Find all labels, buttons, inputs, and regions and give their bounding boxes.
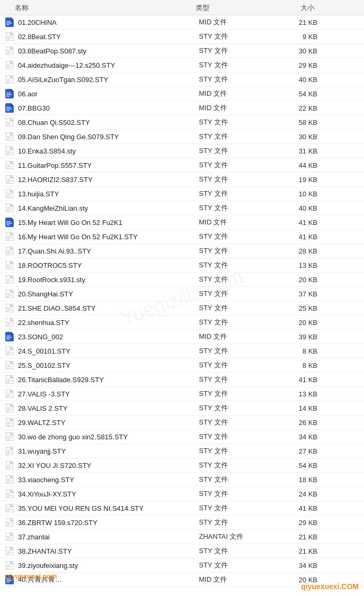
svg-rect-211 [7,454,10,454]
table-row[interactable]: 12.HAORIZI2.S837.STYSTY 文件19 KB [0,173,364,187]
svg-rect-106 [7,238,12,238]
sty-icon-svg [6,504,13,512]
file-name-cell: 15.My Heart Will Go On 52 Fu2K1 [18,219,199,227]
file-type-cell: MID 文件 [199,89,284,98]
file-type-cell: STY 文件 [199,289,284,299]
table-row[interactable]: 26.TitanicBallade.S929.STYSTY 文件41 KB [0,373,364,387]
table-row[interactable]: 20.ShangHai.STYSTY 文件37 KB [0,287,364,301]
table-row[interactable]: 02.8Beat.STYSTY 文件9 KB [0,30,364,44]
sty-file-icon [4,274,15,285]
svg-rect-202 [7,436,11,437]
header-type[interactable]: 类型 [196,3,280,13]
file-name-cell: 34.XiYouJi-XY.STY [18,490,199,498]
svg-rect-238 [7,509,12,510]
svg-rect-10 [7,36,11,37]
svg-rect-260 [7,554,10,554]
file-type-cell: STY 文件 [199,246,284,256]
file-type-cell: STY 文件 [199,503,284,513]
sty-icon-svg [6,132,13,141]
svg-rect-141 [7,309,12,310]
table-row[interactable]: 33.xiaocheng.STYSTY 文件18 KB [0,473,364,487]
table-row[interactable]: 37.zhantaiZHANTAI 文件21 KB [0,530,364,544]
table-row[interactable]: 06.aorMID 文件54 KB [0,87,364,101]
table-row[interactable]: 24.S_00101.STYSTY 文件8 KB [0,344,364,358]
file-type-cell: STY 文件 [199,189,284,198]
svg-rect-265 [7,565,11,565]
svg-rect-267 [7,568,10,568]
mid-file-icon [4,88,15,99]
table-row[interactable]: 01.20CHINAMID 文件21 KB [0,15,364,30]
file-size-cell: 13 KB [284,261,326,269]
table-row[interactable]: 04.aidezhudaige---12.s250.STYSTY 文件29 KB [0,58,364,73]
file-size-cell: 41 KB [284,504,326,512]
svg-rect-237 [7,508,11,508]
svg-rect-80 [7,182,10,183]
svg-rect-87 [7,196,10,197]
table-row[interactable]: 21.SHE DIAO..S854.STYSTY 文件25 KB [0,301,364,315]
file-size-cell: 39 KB [284,333,326,341]
table-row[interactable]: 29.WALTZ.STYSTY 文件26 KB [0,416,364,430]
file-size-cell: 29 KB [284,61,326,69]
file-type-cell: STY 文件 [199,160,284,170]
table-row[interactable]: 09.Dan Shen Qing Ge.S079.STYSTY 文件30 KB [0,130,364,144]
svg-rect-133 [7,293,11,294]
table-row[interactable]: 15.My Heart Will Go On 52 Fu2K1MID 文件41 … [0,215,364,230]
table-row[interactable]: 05.AiSiLeZuoTgan.S092.STYSTY 文件40 KB [0,73,364,87]
mid-icon-svg [5,89,14,98]
mid-icon-svg [5,575,14,584]
table-row[interactable]: 23.SONG_002MID 文件39 KB [0,330,364,344]
file-type-cell: MID 文件 [199,103,284,113]
svg-rect-218 [7,468,10,468]
file-size-cell: 22 KB [284,104,326,112]
file-name-cell: 07.BBG30 [18,104,199,112]
table-row[interactable]: 13.huijia.STYSTY 文件10 KB [0,187,364,201]
table-row[interactable]: 10.Enka3.S854.stySTY 文件31 KB [0,144,364,158]
table-row[interactable]: 07.BBG30MID 文件22 KB [0,101,364,115]
svg-rect-160 [7,350,11,351]
svg-rect-134 [7,295,12,295]
table-row[interactable]: 30.wo de zhong guo xin2.S815.STYSTY 文件34… [0,430,364,444]
svg-rect-161 [7,352,12,353]
table-row[interactable]: 14.KangMeiZhiLian.stySTY 文件40 KB [0,201,364,215]
svg-rect-142 [7,311,10,311]
file-size-cell: 13 KB [284,390,326,398]
table-row[interactable]: 03.8BeatPop.S087.stySTY 文件30 KB [0,44,364,58]
svg-rect-100 [6,224,10,225]
table-row[interactable]: 17.Quan.Shi.Ai.93..STYSTY 文件28 KB [0,244,364,258]
table-row[interactable]: 25.S_00102.STYSTY 文件8 KB [0,358,364,373]
table-row[interactable]: 19.RootRock.s931.stySTY 文件20 KB [0,273,364,287]
table-row[interactable]: 38.ZHANTAI.STYSTY 文件21 KB [0,544,364,558]
table-row[interactable]: 39.ziyoufeixiang.stySTY 文件34 KB [0,558,364,573]
table-row[interactable]: 16.My Heart Will Go On 52 Fu2K1.STYSTY 文… [0,230,364,244]
svg-rect-26 [7,68,10,68]
table-row[interactable]: 31.wuyanjj.STYSTY 文件27 KB [0,444,364,458]
header-size[interactable]: 大小 [280,3,323,13]
file-size-cell: 40 KB [284,204,326,212]
file-type-cell: STY 文件 [199,75,284,84]
svg-rect-92 [7,207,11,208]
file-name-cell: 26.TitanicBallade.S929.STY [18,376,199,384]
table-row[interactable]: 32.XI YOU JI.S720.STYSTY 文件54 KB [0,458,364,473]
file-type-cell: STY 文件 [199,346,284,356]
sty-file-icon [4,31,15,42]
sty-icon-svg [6,61,13,69]
svg-rect-86 [7,195,12,195]
table-row[interactable]: 08.Chuan Qi.S502.STYSTY 文件58 KB [0,115,364,130]
table-row[interactable]: 22.shenhua.STYSTY 文件20 KB [0,315,364,330]
file-size-cell: 20 KB [284,576,326,584]
table-row[interactable]: 27.VALIS -3.STYSTY 文件13 KB [0,387,364,401]
svg-rect-66 [7,153,10,154]
svg-rect-253 [7,539,10,540]
sty-icon-svg [6,232,13,241]
table-row[interactable]: 28.VALIS 2.STYSTY 文件14 KB [0,401,364,416]
sty-file-icon [4,246,15,256]
table-row[interactable]: 11.GuitarPop.S557.STYSTY 文件44 KB [0,158,364,173]
header-name[interactable]: 名称 [0,3,196,13]
table-row[interactable]: 35.YOU MEI YOU REN GS NI.S414.STYSTY 文件4… [0,501,364,516]
table-row[interactable]: 34.XiYouJi-XY.STYSTY 文件24 KB [0,487,364,501]
table-row[interactable]: 36.ZBRTW 159.s720.STYSTY 文件29 KB [0,516,364,530]
file-name-cell: 08.Chuan Qi.S502.STY [18,119,199,127]
table-row[interactable]: 40.共青共青…MID 文件20 KB [0,573,364,587]
table-row[interactable]: 18.ROOTROC5.STYSTY 文件13 KB [0,258,364,273]
sty-file-icon [4,231,15,242]
